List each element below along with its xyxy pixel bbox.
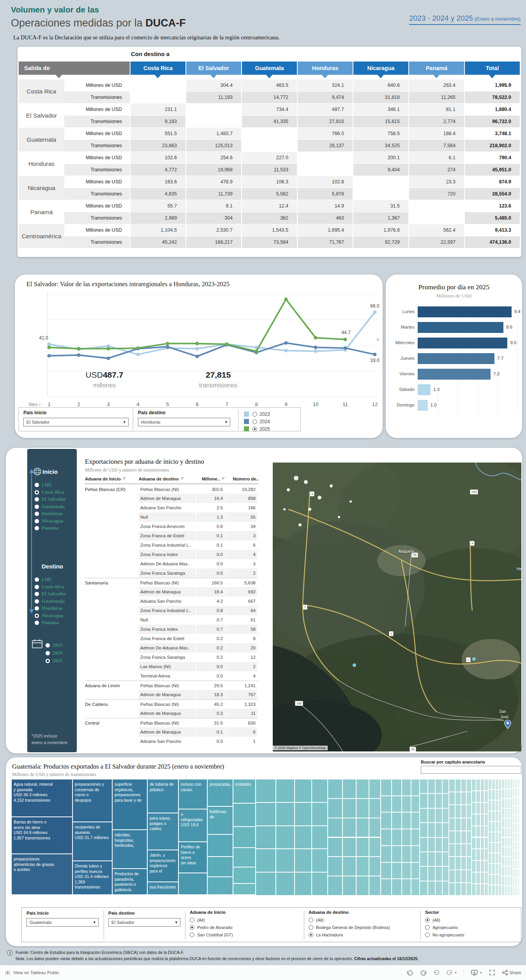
aduana-row[interactable]: Aduana San Pancho4.2667: [85, 596, 258, 606]
treemap-cell[interactable]: [461, 883, 466, 895]
treemap-cell[interactable]: [508, 779, 510, 788]
aduana-row[interactable]: Null1.355: [85, 512, 258, 522]
treemap-cell[interactable]: [489, 779, 491, 789]
treemap-cell[interactable]: [369, 838, 380, 857]
treemap-cell[interactable]: [513, 842, 515, 850]
aduana-row[interactable]: Zona Franca Arnecom0.634: [85, 522, 258, 531]
treemap-cell[interactable]: [295, 849, 311, 872]
point-2025-m3[interactable]: [107, 347, 110, 350]
treemap-cell[interactable]: [485, 884, 488, 895]
treemap-cell[interactable]: incluidos: [233, 779, 255, 803]
treemap-cell[interactable]: [420, 881, 427, 895]
treemap-cell[interactable]: [208, 857, 233, 876]
treemap-cell[interactable]: Agua natural, mineraly gaseadaUSD 36.3 m…: [12, 779, 72, 816]
point-2025-m6[interactable]: [196, 342, 199, 345]
treemap-cell[interactable]: [443, 794, 448, 808]
treemap-cell[interactable]: [392, 879, 401, 895]
point-2024-m9[interactable]: [284, 341, 288, 345]
treemap-cell[interactable]: [312, 803, 327, 825]
treemap-cell[interactable]: [312, 779, 327, 802]
treemap-cell[interactable]: [392, 779, 401, 795]
treemap-cell[interactable]: [369, 779, 380, 798]
tableau-brand[interactable]: View on Tableau Public: [5, 965, 60, 980]
radio-icon[interactable]: [35, 585, 39, 589]
treemap-cell[interactable]: [328, 876, 342, 895]
treemap-cell[interactable]: [472, 826, 476, 837]
treemap-cell[interactable]: [518, 833, 519, 841]
radio-icon[interactable]: [35, 592, 39, 596]
sidebar-option-Costa Rica[interactable]: Costa Rica: [35, 489, 64, 495]
map[interactable]: 425035411116034AlajuelaHeSanJosé © 2025 …: [273, 463, 521, 751]
treemap-cell[interactable]: [436, 794, 442, 808]
aduana-row[interactable]: Aduana San Pancho2.5166: [85, 503, 258, 512]
treemap-cell[interactable]: [381, 879, 391, 895]
treemap-cell[interactable]: [276, 826, 294, 849]
aduana-row[interactable]: Admon de Managua0.311: [85, 709, 258, 718]
treemap-cell[interactable]: [505, 847, 507, 856]
treemap-cell[interactable]: [505, 838, 507, 847]
treemap-cell[interactable]: [513, 815, 515, 823]
radio-icon[interactable]: [309, 932, 313, 937]
treemap-cell[interactable]: [515, 779, 517, 788]
treemap-cell[interactable]: o refrigeradasUSD 18.6: [179, 809, 207, 841]
treemap-cell[interactable]: [472, 791, 476, 802]
radio-icon[interactable]: [46, 651, 50, 655]
treemap-cell[interactable]: [328, 838, 342, 857]
treemap-cell[interactable]: [499, 779, 501, 789]
treemap-cell[interactable]: superficieorgánicos,preparacionespara la…: [113, 779, 147, 829]
treemap-cell[interactable]: [256, 779, 275, 802]
radio-icon[interactable]: [35, 497, 39, 501]
treemap-cell[interactable]: [449, 805, 455, 817]
map-point-marker[interactable]: [353, 663, 356, 667]
aduana-row[interactable]: Admon de Managua0.16: [85, 727, 258, 737]
aduana-row[interactable]: Zona Franca de Estelí0.13: [85, 531, 258, 540]
treemap-cell[interactable]: [492, 790, 495, 800]
treemap-cell[interactable]: [499, 843, 501, 853]
treemap-cell[interactable]: [449, 857, 455, 869]
treemap-cell[interactable]: [369, 799, 380, 818]
point-2025-m10[interactable]: [314, 336, 318, 340]
treemap-cell[interactable]: [455, 805, 461, 817]
treemap-cell[interactable]: [502, 886, 504, 895]
aduana-row[interactable]: Zona Franca de Estelí0.28: [85, 634, 258, 643]
treemap-cell[interactable]: [505, 867, 507, 876]
filter-option-La Hachadura[interactable]: La Hachadura: [309, 932, 343, 937]
treemap-cell[interactable]: [381, 779, 391, 795]
treemap-cell[interactable]: [402, 779, 411, 795]
aduana-row[interactable]: Zona Franca Industrial L..0.16: [85, 540, 258, 550]
point-2024-m5[interactable]: [166, 345, 169, 348]
treemap-cell[interactable]: [485, 849, 488, 860]
treemap-cell[interactable]: [513, 878, 515, 886]
treemap-cell[interactable]: [472, 815, 476, 825]
treemap-cell[interactable]: [496, 885, 498, 895]
treemap-cell[interactable]: [499, 801, 501, 810]
sidebar-option-2025[interactable]: 2025: [46, 658, 62, 664]
treemap-cell[interactable]: [485, 861, 488, 872]
treemap-cell[interactable]: [461, 805, 466, 817]
treemap-cell[interactable]: [508, 809, 510, 818]
treemap-cell[interactable]: [510, 876, 512, 885]
treemap-cell[interactable]: [343, 876, 356, 895]
treemap-cell[interactable]: [233, 804, 255, 826]
treemap-cell[interactable]: [499, 885, 501, 895]
treemap-cell[interactable]: [515, 806, 517, 815]
treemap-cell[interactable]: [492, 832, 495, 842]
treemap-cell[interactable]: [449, 818, 455, 830]
treemap-cell[interactable]: [402, 829, 411, 845]
treemap-cell[interactable]: [492, 864, 495, 874]
treemap-cell[interactable]: [343, 838, 356, 857]
point-2025-m9[interactable]: [284, 297, 288, 301]
treemap-cell[interactable]: [502, 847, 504, 856]
treemap-cell[interactable]: [499, 790, 501, 800]
treemap-cell[interactable]: [485, 826, 488, 837]
treemap-cell[interactable]: [502, 857, 504, 866]
treemap-cell[interactable]: [343, 818, 356, 837]
treemap-cell[interactable]: [276, 849, 294, 872]
treemap-cell[interactable]: [502, 867, 504, 876]
treemap-cell[interactable]: Jabón, ypreparacionesorgánicos para el: [148, 850, 178, 881]
treemap-cell[interactable]: Demás tubos yperfiles huecosUSD 31.4 mil…: [73, 861, 112, 894]
treemap-cell[interactable]: [402, 879, 411, 895]
radio-icon[interactable]: [35, 614, 39, 618]
treemap-cell[interactable]: [411, 846, 419, 862]
treemap-cell[interactable]: recipientes dealuminioUSD 31.7 millones: [73, 822, 112, 860]
